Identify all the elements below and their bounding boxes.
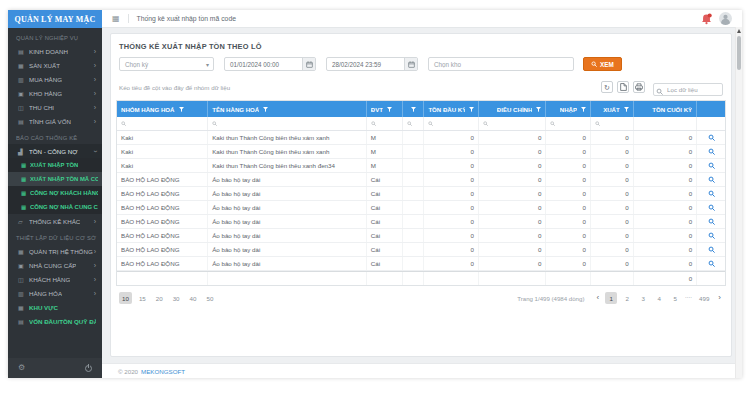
row-detail-button[interactable] bbox=[697, 159, 725, 172]
calendar-icon[interactable] bbox=[302, 58, 315, 70]
sidebar-item[interactable]: ▥MUA HÀNG› bbox=[8, 72, 102, 86]
sidebar-item[interactable]: ▟TỒN - CÔNG NỢ› bbox=[8, 144, 102, 158]
search-icon bbox=[483, 121, 488, 126]
menu-toggle-icon[interactable]: ▦ bbox=[112, 14, 120, 23]
brand-link[interactable]: MEKONGSOFT bbox=[141, 368, 185, 375]
column-filter-input[interactable] bbox=[367, 117, 403, 130]
table-icon: ▦ bbox=[21, 162, 28, 168]
column-filter-input[interactable] bbox=[591, 117, 634, 130]
date-from-input[interactable]: 01/01/2024 00:00 bbox=[224, 57, 316, 71]
page-button[interactable]: 3 bbox=[637, 292, 649, 304]
sidebar-item[interactable]: ▤KINH DOANH› bbox=[8, 44, 102, 58]
column-header[interactable]: TÊN HÀNG HOÁ bbox=[208, 101, 367, 117]
filter-icon[interactable] bbox=[387, 107, 392, 112]
sidebar-item[interactable]: ▥HÀNG HÓA› bbox=[8, 286, 102, 300]
view-button[interactable]: XEM bbox=[583, 57, 622, 71]
chart-icon: ▟ bbox=[18, 148, 26, 155]
page-title: THỐNG KÊ XUẤT NHẬP TỒN THEO LÔ bbox=[119, 42, 726, 51]
column-header[interactable] bbox=[697, 101, 725, 117]
page-size-button[interactable]: 20 bbox=[153, 292, 166, 304]
row-detail-button[interactable] bbox=[697, 145, 725, 158]
column-header[interactable] bbox=[403, 101, 425, 117]
scrollbar[interactable] bbox=[735, 27, 742, 378]
page-button[interactable]: 499 bbox=[696, 292, 712, 304]
refresh-button[interactable]: ↻ bbox=[601, 81, 613, 93]
table-search-input[interactable] bbox=[653, 83, 723, 96]
table-icon: ▦ bbox=[21, 176, 28, 182]
filter-icon[interactable] bbox=[263, 107, 268, 112]
row-detail-button[interactable] bbox=[697, 131, 725, 144]
export-file-button[interactable] bbox=[617, 81, 629, 93]
column-header[interactable]: NHÓM HÀNG HOÁ bbox=[117, 101, 208, 117]
sidebar-subitem-label: XUẤT NHẬP TỒN MÃ CODE bbox=[30, 176, 98, 182]
column-header[interactable]: XUẤT bbox=[591, 101, 634, 117]
settings-gear-icon[interactable]: ⚙ bbox=[18, 364, 25, 372]
page-size-button[interactable]: 30 bbox=[170, 292, 183, 304]
page-size-button[interactable]: 50 bbox=[203, 292, 216, 304]
power-icon[interactable] bbox=[85, 365, 92, 372]
filter-icon[interactable] bbox=[536, 107, 541, 112]
filter-icon[interactable] bbox=[469, 107, 474, 112]
sidebar-subitem[interactable]: ▦XUẤT NHẬP TỒN MÃ CODE bbox=[8, 172, 102, 186]
page-button[interactable]: 2 bbox=[621, 292, 633, 304]
row-detail-button[interactable] bbox=[697, 201, 725, 214]
filter-icon[interactable] bbox=[624, 107, 629, 112]
search-icon bbox=[121, 121, 126, 126]
sidebar-subitem[interactable]: ▦CÔNG NỢ KHÁCH HÀNG bbox=[8, 186, 102, 200]
sidebar-item[interactable]: ▦QUẢN TRỊ HỆ THỐNG› bbox=[8, 244, 102, 258]
column-header[interactable]: TỒN ĐẦU KỲ bbox=[424, 101, 479, 117]
cell: 0 bbox=[634, 131, 697, 144]
cell: Áo bảo hộ tay dài bbox=[208, 229, 367, 242]
page-size-button[interactable]: 40 bbox=[187, 292, 200, 304]
column-header[interactable]: ĐIỀU CHỈNH bbox=[479, 101, 546, 117]
date-to-input[interactable]: 28/02/2024 23:59 bbox=[326, 57, 418, 71]
column-filter-input[interactable] bbox=[403, 117, 425, 130]
next-page-icon[interactable]: › bbox=[716, 294, 723, 302]
user-avatar[interactable] bbox=[719, 12, 732, 25]
sidebar-item[interactable]: ▣NHÀ CUNG CẤP› bbox=[8, 258, 102, 272]
column-header[interactable]: ĐVT bbox=[367, 101, 403, 117]
period-select[interactable]: Chọn kỳ ▾ bbox=[119, 57, 214, 71]
column-filter-input[interactable] bbox=[424, 117, 479, 130]
column-filter-input[interactable] bbox=[117, 117, 208, 130]
page-size-button[interactable]: 15 bbox=[136, 292, 149, 304]
notification-bell-icon[interactable] bbox=[701, 13, 712, 25]
page-button[interactable]: 1 bbox=[605, 292, 617, 304]
filter-icon[interactable] bbox=[179, 107, 184, 112]
warehouse-select[interactable]: Chọn kho bbox=[428, 57, 574, 71]
filter-icon[interactable] bbox=[411, 107, 416, 112]
sidebar-item-label: THỐNG KÊ KHÁC bbox=[29, 218, 80, 225]
sidebar-item[interactable]: ▦KHU VỰC bbox=[8, 300, 102, 314]
sidebar-item[interactable]: ▣KHO HÀNG› bbox=[8, 86, 102, 100]
row-detail-button[interactable] bbox=[697, 215, 725, 228]
page-button[interactable]: 4 bbox=[653, 292, 665, 304]
row-detail-button[interactable] bbox=[697, 187, 725, 200]
row-detail-button[interactable] bbox=[697, 229, 725, 242]
column-header[interactable]: TỒN CUỐI KỲ bbox=[634, 101, 697, 117]
group-drop-hint[interactable]: Kéo tiêu đề cột vào đây để nhóm dữ liệu bbox=[119, 84, 230, 91]
column-filter-input[interactable] bbox=[479, 117, 546, 130]
scrollbar-up-arrow-icon[interactable] bbox=[737, 29, 741, 33]
filter-icon[interactable] bbox=[581, 107, 586, 112]
print-button[interactable] bbox=[633, 81, 645, 93]
row-detail-button[interactable] bbox=[697, 257, 725, 270]
sidebar-item[interactable]: ◫THU CHI› bbox=[8, 100, 102, 114]
prev-page-icon[interactable]: ‹ bbox=[594, 294, 601, 302]
page-button[interactable]: 5 bbox=[669, 292, 681, 304]
sidebar-item[interactable]: ▦SẢN XUẤT› bbox=[8, 58, 102, 72]
row-detail-button[interactable] bbox=[697, 243, 725, 256]
sidebar-item[interactable]: ▤VỐN ĐẦU/TỒN QUỸ ĐẦU KỲ bbox=[8, 314, 102, 328]
sidebar-item[interactable]: ▤TÍNH GIÁ VỐN› bbox=[8, 114, 102, 128]
row-detail-button[interactable] bbox=[697, 173, 725, 186]
sidebar-subitem[interactable]: ▦CÔNG NỢ NHÀ CUNG CẤP bbox=[8, 200, 102, 214]
column-filter-input[interactable] bbox=[208, 117, 367, 130]
sidebar-item[interactable]: ◫KHÁCH HÀNG› bbox=[8, 272, 102, 286]
column-header[interactable]: NHẬP bbox=[546, 101, 591, 117]
page-size-button[interactable]: 10 bbox=[119, 292, 132, 304]
sidebar-subitem[interactable]: ▦XUẤT NHẬP TỒN bbox=[8, 158, 102, 172]
column-filter-input[interactable] bbox=[546, 117, 591, 130]
calendar-icon[interactable] bbox=[404, 58, 417, 70]
sidebar-item[interactable]: ▱THỐNG KÊ KHÁC› bbox=[8, 214, 102, 228]
scrollbar-thumb[interactable] bbox=[737, 36, 741, 70]
sidebar-item-label: KHÁCH HÀNG bbox=[29, 276, 70, 283]
